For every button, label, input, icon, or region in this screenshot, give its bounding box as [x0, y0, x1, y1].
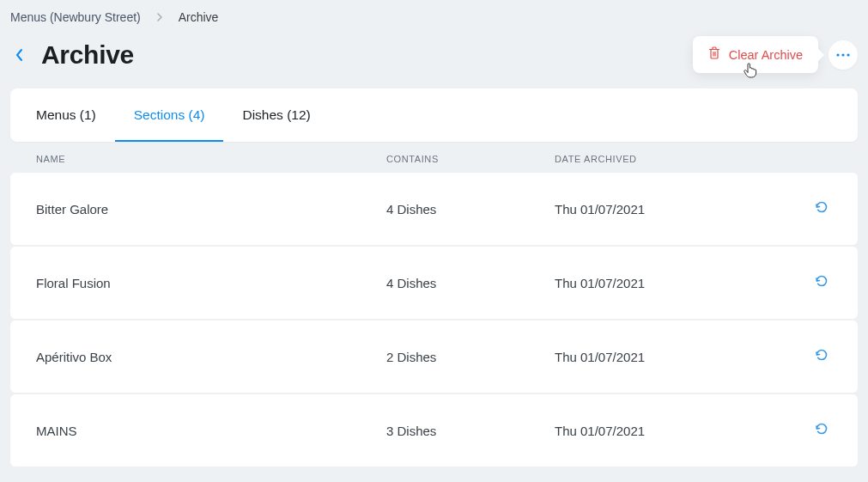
row-name: Floral Fusion: [36, 276, 386, 290]
column-header-date: DATE ARCHIVED: [555, 154, 763, 164]
column-header-contains: CONTAINS: [386, 154, 555, 164]
tab-sections[interactable]: Sections (4): [115, 88, 224, 142]
row-contains: 4 Dishes: [386, 276, 555, 290]
page-title: Archive: [41, 40, 134, 70]
tab-menus[interactable]: Menus (1): [10, 88, 115, 142]
restore-icon: [814, 348, 829, 366]
row-date: Thu 01/07/2021: [555, 350, 763, 364]
back-button[interactable]: [10, 46, 29, 64]
tab-dishes[interactable]: Dishes (12): [223, 88, 329, 142]
tabs: Menus (1) Sections (4) Dishes (12): [10, 88, 858, 142]
restore-icon: [814, 200, 829, 218]
row-date: Thu 01/07/2021: [555, 424, 763, 438]
row-contains: 2 Dishes: [386, 350, 555, 364]
restore-button[interactable]: [811, 346, 832, 367]
table-row[interactable]: Floral Fusion 4 Dishes Thu 01/07/2021: [10, 247, 858, 319]
page-header: Archive Clear Archive: [0, 31, 868, 88]
column-header-name: NAME: [36, 154, 386, 164]
restore-button[interactable]: [811, 420, 832, 441]
restore-icon: [814, 422, 829, 440]
svg-point-2: [847, 53, 849, 56]
chevron-right-icon: [156, 12, 163, 22]
row-name: Bitter Galore: [36, 202, 386, 217]
svg-point-0: [836, 53, 839, 56]
breadcrumb-current: Archive: [179, 10, 219, 24]
restore-button[interactable]: [811, 198, 832, 219]
restore-icon: [814, 274, 829, 292]
row-date: Thu 01/07/2021: [555, 276, 763, 290]
breadcrumb-parent[interactable]: Menus (Newbury Street): [10, 10, 141, 24]
trash-icon: [708, 46, 720, 63]
cursor-hand-icon: [743, 62, 758, 82]
row-name: Apéritivo Box: [36, 350, 386, 364]
table-body: Bitter Galore 4 Dishes Thu 01/07/2021 Fl…: [10, 173, 858, 467]
table-header: NAME CONTAINS DATE ARCHIVED: [10, 142, 858, 173]
row-contains: 4 Dishes: [386, 202, 555, 217]
row-contains: 3 Dishes: [386, 424, 555, 438]
svg-point-1: [841, 53, 844, 56]
clear-archive-button[interactable]: Clear Archive: [693, 36, 818, 73]
table-row[interactable]: Bitter Galore 4 Dishes Thu 01/07/2021: [10, 173, 858, 245]
breadcrumb: Menus (Newbury Street) Archive: [0, 0, 868, 31]
clear-archive-label: Clear Archive: [729, 48, 803, 62]
more-options-button[interactable]: [829, 40, 858, 70]
row-date: Thu 01/07/2021: [555, 202, 763, 217]
row-name: MAINS: [36, 424, 386, 438]
restore-button[interactable]: [811, 272, 832, 293]
table-row[interactable]: MAINS 3 Dishes Thu 01/07/2021: [10, 394, 858, 467]
table-row[interactable]: Apéritivo Box 2 Dishes Thu 01/07/2021: [10, 320, 858, 393]
